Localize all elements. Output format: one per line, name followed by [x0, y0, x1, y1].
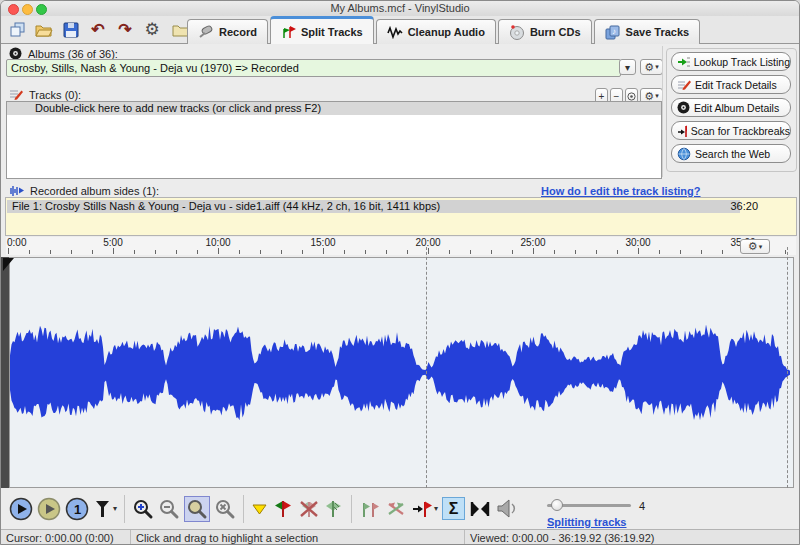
- waveform-shape: [10, 325, 790, 421]
- recorded-sides-list: File 1: Crosby Stills Nash & Young - Dej…: [5, 197, 797, 236]
- zoom-in-button[interactable]: [132, 498, 154, 520]
- recorded-side-row[interactable]: File 1: Crosby Stills Nash & Young - Dej…: [7, 200, 740, 213]
- album-gear-button[interactable]: ⚙▾: [640, 59, 663, 75]
- trackbreak-flags-icon: [281, 25, 296, 39]
- actions-panel: Lookup Track Listing Edit Track Details …: [666, 48, 797, 172]
- svg-text:♪: ♪: [612, 27, 616, 36]
- status-hint: Click and drag to highlight a selection: [131, 530, 465, 545]
- tracks-section-label: Tracks (0):: [9, 88, 81, 101]
- waveform-zigzag-icon: [387, 25, 403, 39]
- open-folder-icon[interactable]: [34, 19, 54, 41]
- pencil-icon: [677, 78, 691, 91]
- edit-trackbreak-button[interactable]: [324, 499, 344, 519]
- goto-trackbreak-button[interactable]: ▾: [411, 499, 438, 519]
- save-icon[interactable]: [61, 19, 81, 41]
- main-toolbar: ↶ ↷ ⚙ ▾ ? Record Split Tracks Cleanup Au…: [1, 16, 799, 44]
- toolbar-separator: [351, 495, 352, 523]
- cd-disc-icon: [509, 24, 525, 40]
- tab-record[interactable]: Record: [187, 19, 268, 44]
- help-edit-track-listing-link[interactable]: How do I edit the track listing?: [541, 185, 701, 197]
- microphone-icon: [198, 25, 214, 39]
- zoom-reset-button[interactable]: [214, 498, 236, 520]
- album-dropdown-button[interactable]: ▾: [619, 59, 636, 75]
- toolbar-separator: [124, 495, 125, 523]
- prev-next-trackbreak-button[interactable]: [359, 499, 381, 519]
- minimize-gaps-button[interactable]: [469, 500, 491, 518]
- scan-sensitivity-marker[interactable]: [251, 502, 268, 516]
- mode-tabs: Record Split Tracks Cleanup Audio Burn C…: [187, 16, 702, 44]
- status-bar: Cursor: 0:00.00 (0:00) Click and drag to…: [1, 529, 799, 545]
- side-duration: 36:20: [730, 200, 758, 213]
- play-button[interactable]: [9, 497, 33, 521]
- tab-save-tracks[interactable]: ♪ Save Tracks: [594, 19, 701, 44]
- tab-label: Cleanup Audio: [408, 26, 485, 38]
- tracks-empty-row[interactable]: Double-click here to add new tracks (or …: [7, 102, 661, 115]
- tab-label: Save Tracks: [626, 26, 690, 38]
- pencil-list-icon: [9, 88, 23, 101]
- start-marker-flag[interactable]: [3, 258, 14, 271]
- pre-start-strip: [1, 257, 9, 488]
- insert-trackbreak-button[interactable]: [272, 499, 294, 519]
- waveform-canvas[interactable]: [9, 257, 794, 488]
- waveform-gear-button[interactable]: ⚙▾: [740, 239, 770, 254]
- tab-label: Split Tracks: [301, 26, 363, 38]
- tab-cleanup-audio[interactable]: Cleanup Audio: [376, 19, 496, 44]
- toolbar-separator: [243, 495, 244, 523]
- delete-trackbreak-button[interactable]: [298, 499, 320, 519]
- search-the-web-button[interactable]: Search the Web: [671, 144, 791, 163]
- play-selection-button[interactable]: [37, 497, 61, 521]
- status-cursor: Cursor: 0:00.00 (0:00): [1, 530, 131, 545]
- tab-label: Burn CDs: [530, 26, 581, 38]
- settings-gear-icon[interactable]: ⚙: [142, 19, 162, 41]
- lookup-arrow-icon: [677, 55, 690, 68]
- recorded-waveform-icon: [9, 184, 24, 197]
- time-ruler[interactable]: 0:005:0010:0015:0020:0025:0030:0035:00 ⚙…: [6, 237, 796, 255]
- lookup-track-listing-button[interactable]: Lookup Track Listing: [671, 52, 791, 71]
- titlebar: My Albums.mcf - VinylStudio: [1, 1, 799, 17]
- content-area: Albums (36 of 36): Crosby, Stills, Nash …: [1, 44, 799, 237]
- vinylstudio-window: My Albums.mcf - VinylStudio ↶ ↷ ⚙ ▾ ?: [0, 0, 800, 545]
- swap-trackbreaks-button[interactable]: [385, 499, 407, 519]
- edit-album-details-button[interactable]: Edit Album Details: [671, 98, 791, 117]
- sum-channels-toggle[interactable]: Σ: [442, 497, 465, 520]
- tracks-list[interactable]: Double-click here to add new tracks (or …: [6, 101, 662, 179]
- mute-speaker-button[interactable]: [495, 498, 519, 519]
- album-select[interactable]: Crosby, Stills, Nash & Young - Deja vu (…: [6, 59, 621, 77]
- transport-toolbar: 1 ▾: [1, 488, 799, 529]
- waveform-svg: [10, 258, 793, 487]
- zoom-selection-button[interactable]: [184, 496, 210, 522]
- play-one-track-button[interactable]: 1: [65, 497, 89, 521]
- scan-flag-icon: [677, 124, 687, 138]
- filter-funnel-button[interactable]: ▾: [93, 499, 117, 519]
- globe-icon: [677, 147, 691, 161]
- zoom-out-button[interactable]: [158, 498, 180, 520]
- status-viewed: Viewed: 0:00.00 - 36:19.92 (36:19.92): [465, 530, 799, 545]
- sensitivity-slider-group: 4 Splitting tracks: [547, 500, 645, 528]
- splitting-tracks-link[interactable]: Splitting tracks: [547, 516, 645, 528]
- redo-icon[interactable]: ↷: [115, 19, 135, 41]
- window-title: My Albums.mcf - VinylStudio: [1, 1, 799, 16]
- tab-split-tracks[interactable]: Split Tracks: [270, 16, 374, 44]
- sensitivity-slider[interactable]: [547, 504, 631, 507]
- panel-divider: [662, 46, 663, 177]
- scan-for-trackbreaks-button[interactable]: Scan for Trackbreaks: [671, 121, 791, 140]
- trackbreak-cut-line[interactable]: [787, 247, 788, 488]
- sides-section-label: Recorded album sides (1):: [9, 184, 159, 197]
- waveform-area: [1, 256, 799, 488]
- tab-burn-cds[interactable]: Burn CDs: [498, 19, 592, 44]
- trackbreak-cut-line[interactable]: [426, 247, 427, 488]
- slider-handle[interactable]: [551, 499, 563, 511]
- new-file-icon[interactable]: [7, 19, 27, 41]
- undo-icon[interactable]: ↶: [88, 19, 108, 41]
- svg-text:1: 1: [74, 502, 81, 517]
- music-files-icon: ♪: [605, 25, 621, 40]
- vinyl-record-icon: [677, 101, 690, 114]
- tab-label: Record: [219, 26, 257, 38]
- slider-value: 4: [639, 500, 645, 512]
- edit-track-details-button[interactable]: Edit Track Details: [671, 75, 791, 94]
